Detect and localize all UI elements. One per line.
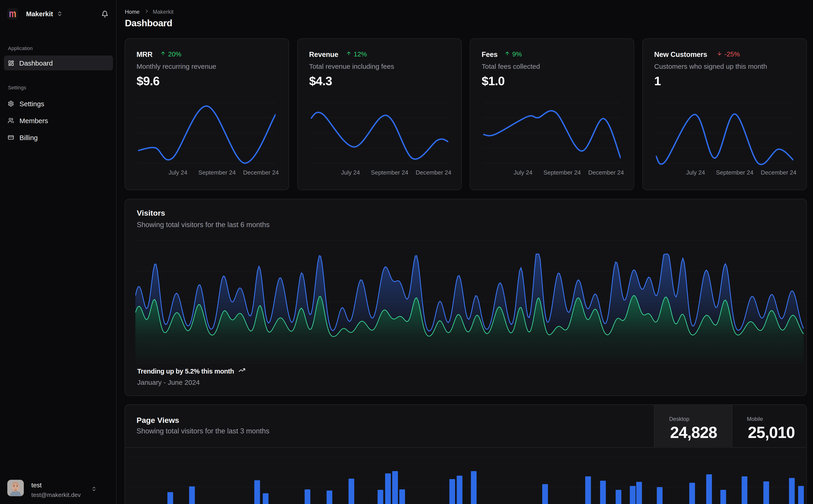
svg-text:m: m xyxy=(9,8,16,19)
